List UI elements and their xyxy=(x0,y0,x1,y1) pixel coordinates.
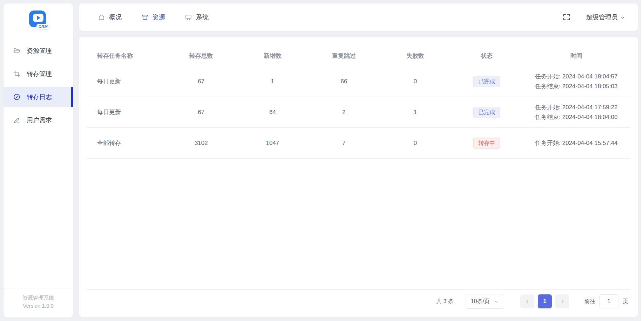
header-failed: 失败数 xyxy=(380,52,451,60)
user-name: 超级管理员 xyxy=(586,13,618,21)
table-header-row: 转存任务名称 转存总数 新增数 重复跳过 失败数 状态 时间 xyxy=(87,46,630,66)
logo-area: CRM xyxy=(4,4,73,36)
logo-brand-label: CRM xyxy=(36,24,49,29)
goto-page-input[interactable] xyxy=(599,294,618,308)
cell-failed: 0 xyxy=(380,140,451,147)
tab-label: 系统 xyxy=(196,13,209,21)
folder-icon xyxy=(13,47,21,55)
header-time: 时间 xyxy=(522,52,630,60)
next-page-button[interactable] xyxy=(555,294,569,308)
chevron-down-icon xyxy=(494,299,499,304)
cell-time: 任务开始: 2024-04-04 17:59:22 任务结束: 2024-04-… xyxy=(522,103,630,121)
header-task-name: 转存任务名称 xyxy=(87,52,165,60)
cell-skipped: 2 xyxy=(308,109,380,116)
cell-task-name: 全部转存 xyxy=(87,139,165,147)
cell-status: 已完成 xyxy=(451,107,522,118)
box-icon xyxy=(141,14,149,21)
status-badge: 转存中 xyxy=(473,138,500,149)
cell-status: 已完成 xyxy=(451,76,522,87)
cell-task-name: 每日更新 xyxy=(87,108,165,116)
crm-logo[interactable]: CRM xyxy=(28,11,48,29)
home-icon xyxy=(98,14,105,21)
compass-icon xyxy=(13,93,21,101)
cell-skipped: 66 xyxy=(308,78,380,85)
sidebar-footer: 资源管理系统 Version 1.0.0 xyxy=(4,288,73,318)
transfer-log-table: 转存任务名称 转存总数 新增数 重复跳过 失败数 状态 时间 每日更新 67 1… xyxy=(87,41,630,289)
goto-page-suffix: 页 xyxy=(623,298,628,305)
sidebar-item-label: 转存日志 xyxy=(27,93,52,101)
cell-time: 任务开始: 2024-04-04 15:57:44 xyxy=(522,138,630,148)
cell-added: 1047 xyxy=(237,140,309,147)
main-content: 转存任务名称 转存总数 新增数 重复跳过 失败数 状态 时间 每日更新 67 1… xyxy=(79,37,638,317)
cell-added: 1 xyxy=(237,78,309,85)
active-indicator-bar xyxy=(71,87,73,107)
header-added: 新增数 xyxy=(237,52,309,60)
sidebar-item-label: 用户需求 xyxy=(27,116,52,124)
page-size-select[interactable]: 10条/页 xyxy=(466,294,504,309)
app-name: 资源管理系统 xyxy=(4,294,73,302)
table-row[interactable]: 每日更新 67 1 66 0 已完成 任务开始: 2024-04-04 18:0… xyxy=(87,66,630,97)
monitor-icon xyxy=(185,14,192,21)
top-header: 概况 资源 系统 xyxy=(79,4,638,31)
pencil-icon xyxy=(13,116,21,124)
time-start: 任务开始: 2024-04-04 15:57:44 xyxy=(522,138,630,148)
tab-resources[interactable]: 资源 xyxy=(141,13,165,21)
chevron-down-icon xyxy=(620,15,625,20)
time-start: 任务开始: 2024-04-04 17:59:22 xyxy=(522,103,630,112)
time-end: 任务结束: 2024-04-04 18:04:00 xyxy=(522,112,630,122)
crop-icon xyxy=(13,70,21,78)
pagination-total: 共 3 条 xyxy=(436,298,454,305)
sidebar-item-label: 转存管理 xyxy=(27,70,52,78)
cell-total: 67 xyxy=(165,78,237,85)
time-end: 任务结束: 2024-04-04 18:05:03 xyxy=(522,82,630,91)
sidebar-item-resource-management[interactable]: 资源管理 xyxy=(4,41,73,61)
header-total: 转存总数 xyxy=(165,52,237,60)
header-skipped: 重复跳过 xyxy=(308,52,380,60)
goto-label: 前往 xyxy=(584,298,595,305)
tab-label: 概况 xyxy=(109,13,122,21)
tab-system[interactable]: 系统 xyxy=(185,13,209,21)
status-badge: 已完成 xyxy=(473,76,500,87)
cell-failed: 0 xyxy=(380,78,451,85)
top-nav-tabs: 概况 资源 系统 xyxy=(98,13,209,21)
prev-page-button[interactable] xyxy=(520,294,534,308)
cell-total: 67 xyxy=(165,109,237,116)
cell-time: 任务开始: 2024-04-04 18:04:57 任务结束: 2024-04-… xyxy=(522,72,630,91)
logo-play-icon xyxy=(33,14,43,22)
sidebar-menu: 资源管理 转存管理 转存日志 xyxy=(4,36,73,288)
cell-task-name: 每日更新 xyxy=(87,77,165,85)
cell-failed: 1 xyxy=(380,109,451,116)
chevron-left-icon xyxy=(525,299,530,304)
status-badge: 已完成 xyxy=(473,107,500,118)
cell-skipped: 7 xyxy=(308,140,380,147)
table-row[interactable]: 全部转存 3102 1047 7 0 转存中 任务开始: 2024-04-04 … xyxy=(87,128,630,159)
time-start: 任务开始: 2024-04-04 18:04:57 xyxy=(522,72,630,81)
fullscreen-icon[interactable] xyxy=(562,13,571,21)
tab-label: 资源 xyxy=(152,13,165,21)
sidebar-item-user-requirements[interactable]: 用户需求 xyxy=(4,110,73,130)
header-status: 状态 xyxy=(451,52,522,60)
user-menu[interactable]: 超级管理员 xyxy=(586,13,625,21)
cell-status: 转存中 xyxy=(451,138,522,149)
sidebar-item-label: 资源管理 xyxy=(27,47,52,55)
cell-total: 3102 xyxy=(165,140,237,147)
cell-added: 64 xyxy=(237,109,309,116)
scrollbar-track[interactable] xyxy=(641,0,644,321)
sidebar-item-transfer-management[interactable]: 转存管理 xyxy=(4,64,73,84)
chevron-right-icon xyxy=(560,299,565,304)
sidebar-item-transfer-log[interactable]: 转存日志 xyxy=(4,87,73,107)
page-number-button[interactable]: 1 xyxy=(538,294,552,308)
pagination-bar: 共 3 条 10条/页 1 前往 页 xyxy=(87,289,630,313)
table-row[interactable]: 每日更新 67 64 2 1 已完成 任务开始: 2024-04-04 17:5… xyxy=(87,97,630,128)
sidebar: CRM 资源管理 转存管理 xyxy=(4,4,73,317)
page-size-value: 10条/页 xyxy=(471,298,490,305)
tab-overview[interactable]: 概况 xyxy=(98,13,122,21)
app-version: Version 1.0.0 xyxy=(4,302,73,310)
